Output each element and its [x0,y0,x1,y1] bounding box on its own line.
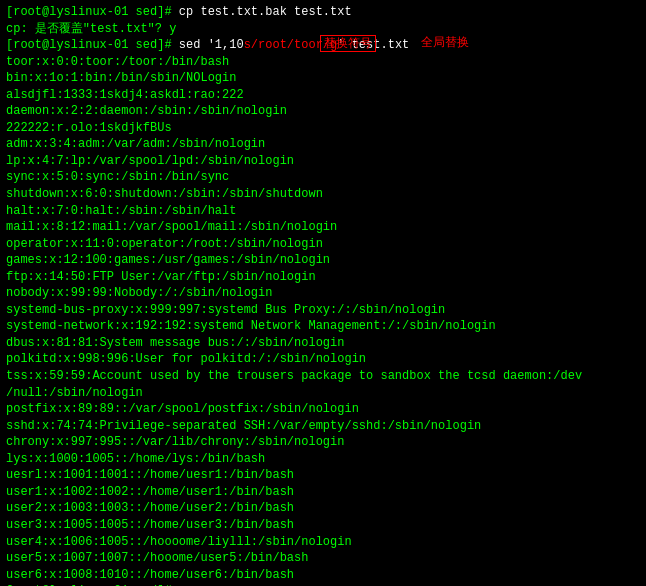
terminal-line: /null:/sbin/nologin [6,385,640,402]
terminal-line: shutdown:x:6:0:shutdown:/sbin:/sbin/shut… [6,186,640,203]
prompt-text: [root@lyslinux-01 sed]# [6,38,179,52]
output-text: cp: 是否覆盖"test.txt"? y [6,22,176,36]
terminal-line: bin:x:1o:1:bin:/bin/sbin/NOLogin [6,70,640,87]
output-text: nobody:x:99:99:Nobody:/:/sbin/nologin [6,286,272,300]
output-text: lys:x:1000:1005::/home/lys:/bin/bash [6,452,265,466]
terminal-line: polkitd:x:998:996:User for polkitd:/:/sb… [6,351,640,368]
terminal-line: ftp:x:14:50:FTP User:/var/ftp:/sbin/nolo… [6,269,640,286]
output-text: tss:x:59:59:Account used by the trousers… [6,369,582,383]
output-text: dbus:x:81:81:System message bus:/:/sbin/… [6,336,344,350]
terminal-line: dbus:x:81:81:System message bus:/:/sbin/… [6,335,640,352]
terminal-line: nobody:x:99:99:Nobody:/:/sbin/nologin [6,285,640,302]
terminal-line: user2:x:1003:1003::/home/user2:/bin/bash [6,500,640,517]
terminal-line: sync:x:5:0:sync:/sbin:/bin/sync [6,169,640,186]
terminal-line: adm:x:3:4:adm:/var/adm:/sbin/nologin [6,136,640,153]
output-text: user2:x:1003:1003::/home/user2:/bin/bash [6,501,294,515]
output-text: postfix:x:89:89::/var/spool/postfix:/sbi… [6,402,359,416]
annotation-replace-symbol: 替换符号 [320,35,376,52]
output-text: user6:x:1008:1010::/home/user6:/bin/bash [6,568,294,582]
output-text: ftp:x:14:50:FTP User:/var/ftp:/sbin/nolo… [6,270,316,284]
output-text: user5:x:1007:1007::/hooome/user5:/bin/ba… [6,551,308,565]
terminal-line: daemon:x:2:2:daemon:/sbin:/sbin/nologin [6,103,640,120]
terminal-line: operator:x:11:0:operator:/root:/sbin/nol… [6,236,640,253]
terminal-line: alsdjfl:1333:1skdj4:askdl:rao:222 [6,87,640,104]
output-text: uesrl:x:1001:1001::/home/uesr1:/bin/bash [6,468,294,482]
output-text: systemd-network:x:192:192:systemd Networ… [6,319,496,333]
command-text: cp test.txt.bak test.txt [179,5,352,19]
terminal-line: tss:x:59:59:Account used by the trousers… [6,368,640,385]
output-text: polkitd:x:998:996:User for polkitd:/:/sb… [6,352,366,366]
output-text: user1:x:1002:1002::/home/user1:/bin/bash [6,485,294,499]
terminal-line: games:x:12:100:games:/usr/games:/sbin/no… [6,252,640,269]
output-text: /null:/sbin/nologin [6,386,143,400]
terminal-line: sshd:x:74:74:Privilege-separated SSH:/va… [6,418,640,435]
terminal-line: user5:x:1007:1007::/hooome/user5:/bin/ba… [6,550,640,567]
output-text: 222222:r.olo:1skdjkfBUs [6,121,172,135]
output-text: sync:x:5:0:sync:/sbin:/bin/sync [6,170,229,184]
annotation-global-replace: 全局替换 [418,35,472,50]
output-text: adm:x:3:4:adm:/var/adm:/sbin/nologin [6,137,265,151]
terminal-line: [root@lyslinux-01 sed]# cp test.txt.bak … [6,4,640,21]
terminal-line: mail:x:8:12:mail:/var/spool/mail:/sbin/n… [6,219,640,236]
terminal-line: user6:x:1008:1010::/home/user6:/bin/bash [6,567,640,584]
output-text: sshd:x:74:74:Privilege-separated SSH:/va… [6,419,481,433]
output-text: daemon:x:2:2:daemon:/sbin:/sbin/nologin [6,104,287,118]
prompt-text: [root@lyslinux-01 sed]# [6,5,179,19]
terminal-line: uesrl:x:1001:1001::/home/uesr1:/bin/bash [6,467,640,484]
terminal-line: user1:x:1002:1002::/home/user1:/bin/bash [6,484,640,501]
output-text: alsdjfl:1333:1skdj4:askdl:rao:222 [6,88,244,102]
terminal-line: postfix:x:89:89::/var/spool/postfix:/sbi… [6,401,640,418]
terminal-line: user4:x:1006:1005::/hoooome/liylll:/sbin… [6,534,640,551]
terminal-line: lys:x:1000:1005::/home/lys:/bin/bash [6,451,640,468]
output-text: systemd-bus-proxy:x:999:997:systemd Bus … [6,303,445,317]
terminal-line: user3:x:1005:1005::/home/user3:/bin/bash [6,517,640,534]
terminal-line: halt:x:7:0:halt:/sbin:/sbin/halt [6,203,640,220]
output-text: operator:x:11:0:operator:/root:/sbin/nol… [6,237,323,251]
output-text: lp:x:4:7:lp:/var/spool/lpd:/sbin/nologin [6,154,294,168]
output-text: user4:x:1006:1005::/hoooome/liylll:/sbin… [6,535,352,549]
terminal-line: chrony:x:997:995::/var/lib/chrony:/sbin/… [6,434,640,451]
output-text: mail:x:8:12:mail:/var/spool/mail:/sbin/n… [6,220,337,234]
terminal-line: 222222:r.olo:1skdjkfBUs [6,120,640,137]
terminal-line: systemd-network:x:192:192:systemd Networ… [6,318,640,335]
terminal-line: systemd-bus-proxy:x:999:997:systemd Bus … [6,302,640,319]
terminal-window: [root@lyslinux-01 sed]# cp test.txt.bak … [6,4,640,586]
output-text: bin:x:1o:1:bin:/bin/sbin/NOLogin [6,71,236,85]
output-text: shutdown:x:6:0:shutdown:/sbin:/sbin/shut… [6,187,323,201]
terminal-line: lp:x:4:7:lp:/var/spool/lpd:/sbin/nologin [6,153,640,170]
output-text: user3:x:1005:1005::/home/user3:/bin/bash [6,518,294,532]
output-text: toor:x:0:0:toor:/toor:/bin/bash [6,55,229,69]
output-text: games:x:12:100:games:/usr/games:/sbin/no… [6,253,330,267]
terminal-line: toor:x:0:0:toor:/toor:/bin/bash [6,54,640,71]
output-text: halt:x:7:0:halt:/sbin:/sbin/halt [6,204,236,218]
output-text: chrony:x:997:995::/var/lib/chrony:/sbin/… [6,435,344,449]
